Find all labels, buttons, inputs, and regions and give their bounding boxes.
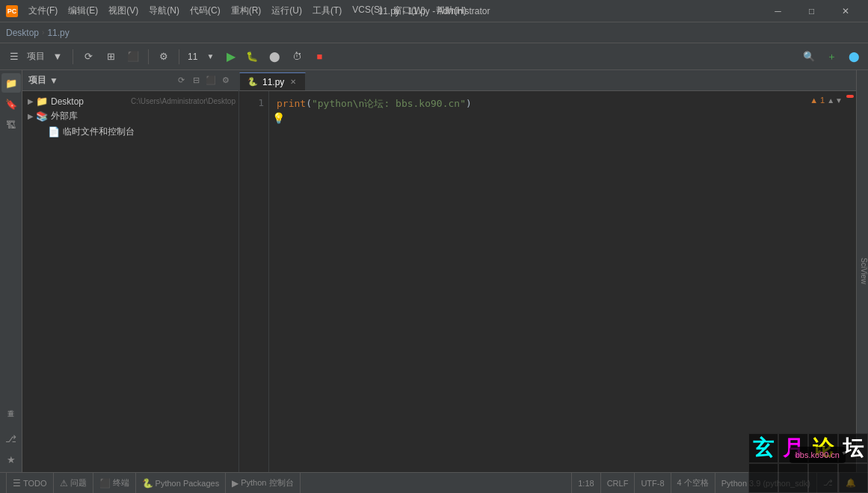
editor-area: 🐍 11.py ✕ 1 print("python\n论坛: bbs.ko90.… xyxy=(239,70,856,472)
run-button[interactable]: ▶ xyxy=(223,49,239,65)
status-issues[interactable]: ⚠ 问题 xyxy=(54,473,93,494)
tree-path-desktop: C:\Users\Administrator\Desktop xyxy=(131,97,236,105)
main-area: 📁 🔖 🏗 垂直 ⎇ ★ 项目 ▼ ⟳ ⊟ ⬛ ⚙ ▶ 📁 De xyxy=(0,70,868,472)
toolbar-project-btn[interactable]: ☰ xyxy=(4,47,24,66)
warning-bar: ▲ 1 ▲ ▼ xyxy=(810,96,843,105)
status-position-label: 1:18 xyxy=(578,479,594,488)
todo-icon: ☰ xyxy=(13,478,21,489)
side-icon-git[interactable]: ⎇ xyxy=(1,429,21,448)
editor[interactable]: 1 print("python\n论坛: bbs.ko90.cn") 💡 ▲ 1… xyxy=(239,91,856,472)
brand-char-1: 玄 xyxy=(748,433,778,463)
side-icon-bar: 📁 🔖 🏗 垂直 ⎇ ★ xyxy=(0,70,22,472)
minimize-button[interactable]: ─ xyxy=(761,0,795,22)
debug-btn[interactable]: 🐛 xyxy=(242,47,262,66)
bulb-hint[interactable]: 💡 xyxy=(272,112,285,124)
breadcrumb-file[interactable]: 11.py xyxy=(47,28,69,38)
search-btn[interactable]: 🔍 xyxy=(799,47,819,66)
code-area[interactable]: print("python\n论坛: bbs.ko90.cn") xyxy=(269,91,834,472)
tree-item-desktop[interactable]: ▶ 📁 Desktop C:\Users\Administrator\Deskt… xyxy=(22,94,238,108)
statusbar: ☰ TODO ⚠ 问题 ⬛ 终端 🐍 Python Packages ▶ Pyt… xyxy=(0,472,868,493)
warning-prev[interactable]: ▲ xyxy=(827,96,834,105)
status-encoding[interactable]: UTF-8 xyxy=(634,473,670,494)
toolbar-filter-btn[interactable]: ⬛ xyxy=(123,47,143,66)
menu-view[interactable]: 视图(V) xyxy=(104,3,143,19)
issues-icon: ⚠ xyxy=(60,478,68,489)
tab-close-11py[interactable]: ✕ xyxy=(289,77,298,87)
tree-item-scratch[interactable]: 📄 临时文件和控制台 xyxy=(22,124,238,140)
menu-tools[interactable]: 工具(T) xyxy=(308,3,346,19)
pycharm-btn[interactable]: ⬤ xyxy=(844,47,864,66)
right-panel: SciView xyxy=(856,70,868,472)
status-line-sep[interactable]: CRLF xyxy=(600,473,635,494)
project-title-label: 项目 xyxy=(28,74,46,87)
folder-icon-scratch: 📄 xyxy=(48,126,60,137)
close-button[interactable]: ✕ xyxy=(828,0,862,22)
folder-icon-desktop: 📁 xyxy=(36,96,48,107)
status-issues-label: 问题 xyxy=(70,477,87,489)
project-sync-btn[interactable]: ⟳ xyxy=(174,74,188,87)
toolbar-sep-1 xyxy=(73,49,73,64)
maximize-button[interactable]: □ xyxy=(795,0,828,22)
status-terminal-label: 终端 xyxy=(113,477,129,489)
python-console-icon: ▶ xyxy=(232,478,238,489)
project-title: 项目 ▼ xyxy=(28,74,58,87)
menu-edit[interactable]: 编辑(E) xyxy=(64,3,102,19)
menu-run[interactable]: 运行(U) xyxy=(267,3,307,19)
side-icon-project[interactable]: 📁 xyxy=(1,73,21,93)
side-icon-bookmark[interactable]: 🔖 xyxy=(1,94,21,114)
toolbar-layout-btn[interactable]: ⊞ xyxy=(101,47,120,66)
menu-refactor[interactable]: 重构(R) xyxy=(227,3,266,19)
project-title-arrow[interactable]: ▼ xyxy=(49,75,58,86)
line-number-1: 1 xyxy=(239,97,264,108)
tab-11py[interactable]: 🐍 11.py ✕ xyxy=(239,72,306,90)
warning-nav: ▲ ▼ xyxy=(827,96,843,105)
status-python-console-label: Python 控制台 xyxy=(241,477,293,489)
right-tab-sciview[interactable]: SciView xyxy=(860,255,868,287)
toolbar-dropdown-btn[interactable]: ▼ xyxy=(48,47,67,66)
tree-arrow-external: ▶ xyxy=(25,112,36,120)
breadcrumb-desktop[interactable]: Desktop xyxy=(6,28,39,38)
status-python-packages-label: Python Packages xyxy=(156,479,220,488)
status-terminal[interactable]: ⬛ 终端 xyxy=(93,473,136,494)
project-settings-btn[interactable]: ⚙ xyxy=(219,74,233,87)
side-icon-structure[interactable]: 🏗 xyxy=(1,115,21,134)
status-position[interactable]: 1:18 xyxy=(571,473,600,494)
add-btn[interactable]: ＋ xyxy=(822,47,841,66)
project-filter-btn[interactable]: ⬛ xyxy=(204,74,218,87)
toolbar-sep-3 xyxy=(179,49,179,64)
brand-char-6 xyxy=(778,463,808,493)
status-indent[interactable]: 4 个空格 xyxy=(671,473,715,494)
project-collapse-btn[interactable]: ⊟ xyxy=(189,74,203,87)
toolbar-sync-btn[interactable]: ⟳ xyxy=(79,47,98,66)
menu-file[interactable]: 文件(F) xyxy=(24,3,62,19)
terminal-icon: ⬛ xyxy=(99,478,111,489)
menu-navigate[interactable]: 导航(N) xyxy=(144,3,184,19)
brand-char-7 xyxy=(808,463,838,493)
brand-char-5 xyxy=(748,463,778,493)
run-area: 11 ▼ ▶ 🐛 ⬤ ⏱ ■ xyxy=(188,47,329,66)
side-icon-star[interactable]: ★ xyxy=(1,450,21,469)
watermark: bbs.ko90.cn xyxy=(789,447,846,463)
status-python-packages[interactable]: 🐍 Python Packages xyxy=(136,473,227,494)
tree-label-scratch: 临时文件和控制台 xyxy=(63,125,236,138)
status-python-console[interactable]: ▶ Python 控制台 xyxy=(226,473,300,494)
line-numbers: 1 xyxy=(239,91,269,472)
python-packages-icon: 🐍 xyxy=(142,478,153,489)
breadcrumb-separator: › xyxy=(42,28,44,37)
profile-btn[interactable]: ⏱ xyxy=(287,47,307,66)
toolbar-sep-2 xyxy=(148,49,149,64)
menu-code[interactable]: 代码(C) xyxy=(185,3,225,19)
status-line-sep-label: CRLF xyxy=(607,479,629,488)
project-actions: ⟳ ⊟ ⬛ ⚙ xyxy=(174,74,233,87)
toolbar-settings-btn[interactable]: ⚙ xyxy=(154,47,173,66)
window-title: 11.py - 11.py - Administrator xyxy=(378,6,490,16)
side-icon-vcs[interactable]: 垂直 xyxy=(3,382,19,427)
editor-scroll-bar[interactable] xyxy=(844,91,856,472)
warning-next[interactable]: ▼ xyxy=(835,96,843,105)
run-config-dropdown[interactable]: ▼ xyxy=(200,47,220,66)
status-todo[interactable]: ☰ TODO xyxy=(6,473,54,494)
coverage-btn[interactable]: ⬤ xyxy=(265,47,284,66)
app-icon: PC xyxy=(6,5,18,17)
tree-item-external[interactable]: ▶ 📚 外部库 xyxy=(22,108,238,124)
stop-btn[interactable]: ■ xyxy=(310,47,329,66)
